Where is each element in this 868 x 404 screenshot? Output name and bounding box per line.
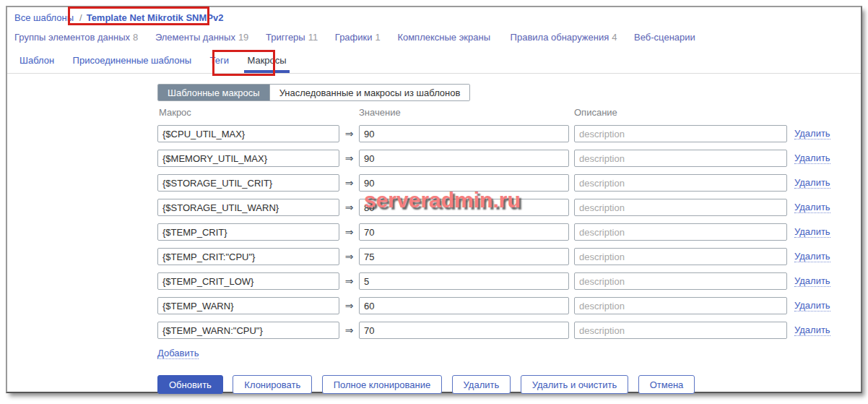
remove-macro-link[interactable]: Удалить xyxy=(794,300,830,311)
nav-item-link[interactable]: Триггеры xyxy=(266,32,305,43)
value-column-header: Значение xyxy=(359,107,401,118)
tab[interactable]: Макросы xyxy=(246,52,287,73)
nav-item-count: 19 xyxy=(238,32,248,43)
remove-macro-link[interactable]: Удалить xyxy=(794,251,830,262)
macro-input[interactable] xyxy=(157,174,339,192)
nav-item: Группы элементов данных8 xyxy=(14,32,138,43)
macro-input[interactable] xyxy=(157,297,339,314)
macro-description-input[interactable] xyxy=(574,297,787,314)
macro-row: ⇒ Удалить xyxy=(157,223,830,241)
nav-item-link[interactable]: Графики xyxy=(335,32,373,43)
macro-row: ⇒ Удалить xyxy=(157,125,830,142)
footer-button[interactable]: Обновить xyxy=(157,375,223,394)
nav-item-link[interactable]: Элементы данных xyxy=(155,32,235,43)
arrow-icon: ⇒ xyxy=(339,300,359,311)
macro-row: ⇒ Удалить xyxy=(157,199,830,216)
entity-nav: Группы элементов данных8 Элементы данных… xyxy=(14,32,713,43)
arrow-icon: ⇒ xyxy=(339,275,359,287)
arrow-icon: ⇒ xyxy=(339,177,359,189)
macro-description-input[interactable] xyxy=(574,150,787,167)
macro-value-input[interactable] xyxy=(359,297,569,314)
footer-button[interactable]: Отмена xyxy=(638,375,695,394)
macros-form: Шаблонные макросы Унаследованные и макро… xyxy=(157,84,830,394)
nav-item: Элементы данных19 xyxy=(155,32,248,43)
footer-button[interactable]: Удалить и очистить xyxy=(521,375,629,394)
inherited-macros-toggle[interactable]: Унаследованные и макросы из шаблонов xyxy=(269,85,470,100)
remove-macro-link[interactable]: Удалить xyxy=(794,325,830,336)
breadcrumb-separator: / xyxy=(79,12,82,23)
tab[interactable]: Присоединенные шаблоны xyxy=(71,52,193,73)
nav-item: Веб-сценарии xyxy=(634,32,698,43)
macro-rows: ⇒ Удалить ⇒ Удалить ⇒ Удалить ⇒ Удалить … xyxy=(157,125,830,339)
footer-button[interactable]: Клонировать xyxy=(233,375,312,394)
macro-row: ⇒ Удалить xyxy=(157,297,830,314)
macro-value-input[interactable] xyxy=(359,272,569,290)
macro-description-input[interactable] xyxy=(574,322,787,339)
macros-type-toggle: Шаблонные макросы Унаследованные и макро… xyxy=(157,84,470,101)
macro-value-input[interactable] xyxy=(359,322,569,339)
macro-description-input[interactable] xyxy=(574,248,787,265)
macro-row: ⇒ Удалить xyxy=(157,272,830,290)
arrow-icon: ⇒ xyxy=(339,251,359,262)
add-row: Добавить xyxy=(157,346,830,359)
macro-value-input[interactable] xyxy=(359,125,569,142)
macro-description-input[interactable] xyxy=(574,125,787,142)
macro-column-header: Макрос xyxy=(159,107,191,118)
macro-input[interactable] xyxy=(157,223,339,241)
macro-description-input[interactable] xyxy=(574,174,787,192)
add-macro-link[interactable]: Добавить xyxy=(157,348,199,359)
arrow-icon: ⇒ xyxy=(339,226,359,238)
footer-button[interactable]: Полное клонирование xyxy=(322,375,442,394)
tab-bar: Шаблон Присоединенные шаблоны Теги Макро… xyxy=(7,52,861,74)
macro-input[interactable] xyxy=(157,150,339,167)
arrow-icon: ⇒ xyxy=(339,152,359,164)
column-headers: Макрос Значение Описание xyxy=(157,107,830,118)
nav-item: Триггеры11 xyxy=(266,32,318,43)
nav-item-link[interactable]: Комплексные экраны xyxy=(397,32,490,43)
arrow-icon: ⇒ xyxy=(339,325,359,336)
macro-input[interactable] xyxy=(157,272,339,290)
nav-item-count: 4 xyxy=(612,32,617,43)
nav-item-link[interactable]: Веб-сценарии xyxy=(634,32,695,43)
template-macros-toggle[interactable]: Шаблонные макросы xyxy=(158,85,269,100)
macro-row: ⇒ Удалить xyxy=(157,322,830,339)
macro-value-input[interactable] xyxy=(359,150,569,167)
macro-description-input[interactable] xyxy=(574,223,787,241)
nav-item-link[interactable]: Правила обнаружения xyxy=(511,32,609,43)
arrow-icon: ⇒ xyxy=(339,202,359,213)
macro-input[interactable] xyxy=(157,199,339,216)
footer-buttons: Обновить Клонировать Полное клонирование… xyxy=(157,375,830,394)
template-config-window: Все шаблоны/Template Net Mikrotik SNMPv2… xyxy=(6,6,862,393)
tab[interactable]: Шаблон xyxy=(18,52,56,73)
breadcrumb: Все шаблоны/Template Net Mikrotik SNMPv2 xyxy=(14,12,223,25)
nav-item: Правила обнаружения4 xyxy=(511,32,617,43)
macro-input[interactable] xyxy=(157,248,339,265)
remove-macro-link[interactable]: Удалить xyxy=(794,275,830,287)
nav-item-count: 8 xyxy=(133,32,138,43)
remove-macro-link[interactable]: Удалить xyxy=(794,202,830,213)
footer-button[interactable]: Удалить xyxy=(452,375,511,394)
nav-item: Графики1 xyxy=(335,32,381,43)
macro-row: ⇒ Удалить xyxy=(157,248,830,265)
breadcrumb-template-name: Template Net Mikrotik SNMPv2 xyxy=(87,12,224,23)
macro-value-input[interactable] xyxy=(359,174,569,192)
macro-row: ⇒ Удалить xyxy=(157,174,830,192)
remove-macro-link[interactable]: Удалить xyxy=(794,226,830,238)
nav-item: Комплексные экраны xyxy=(397,32,493,43)
macro-row: ⇒ Удалить xyxy=(157,150,830,167)
macro-value-input[interactable] xyxy=(359,223,569,241)
remove-macro-link[interactable]: Удалить xyxy=(794,128,830,139)
breadcrumb-all-templates-link[interactable]: Все шаблоны xyxy=(14,12,74,23)
remove-macro-link[interactable]: Удалить xyxy=(794,152,830,164)
arrow-icon: ⇒ xyxy=(339,128,359,139)
macro-description-input[interactable] xyxy=(574,272,787,290)
macro-input[interactable] xyxy=(157,125,339,142)
nav-item-link[interactable]: Группы элементов данных xyxy=(14,32,130,43)
tab[interactable]: Теги xyxy=(209,52,230,73)
remove-macro-link[interactable]: Удалить xyxy=(794,177,830,189)
macro-value-input[interactable] xyxy=(359,199,569,216)
nav-item-count: 11 xyxy=(308,32,318,43)
macro-description-input[interactable] xyxy=(574,199,787,216)
macro-value-input[interactable] xyxy=(359,248,569,265)
macro-input[interactable] xyxy=(157,322,339,339)
